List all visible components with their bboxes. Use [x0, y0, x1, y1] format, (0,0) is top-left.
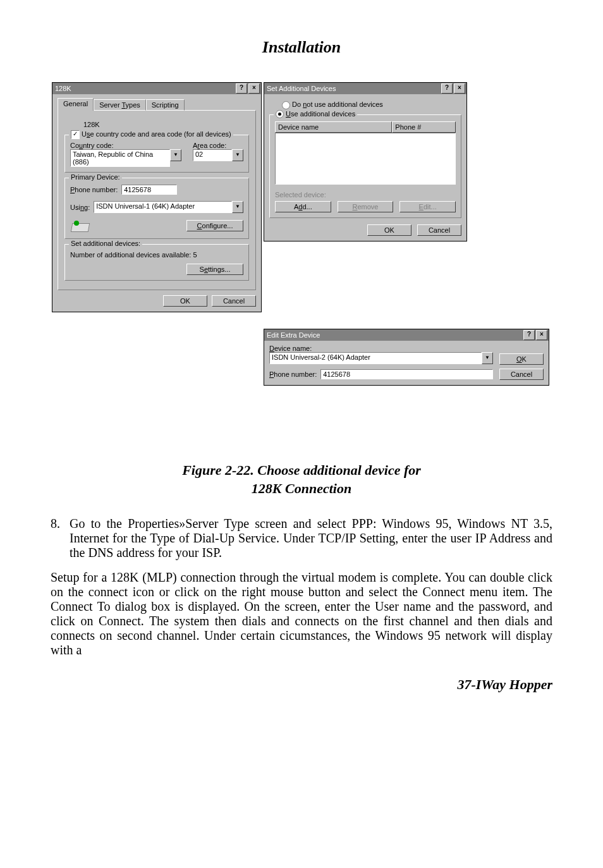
add-button[interactable]: Add... [275, 201, 331, 212]
titlebar-set-additional-title: Set Additional Devices [267, 85, 440, 92]
remove-button: Remove [338, 201, 394, 212]
dialog-set-additional: Set Additional Devices ? × Do not use ad… [264, 82, 467, 241]
connection-name-label: 128K [83, 121, 249, 128]
phone-number-input[interactable]: 4125678 [121, 185, 177, 195]
cancel-button[interactable]: Cancel [212, 295, 256, 307]
country-code-label: Country code: [70, 142, 181, 149]
area-code-label: Area code: [193, 142, 243, 149]
titlebar-edit-extra-title: Edit Extra Device [267, 331, 522, 339]
column-device-name[interactable]: Device name [275, 121, 392, 133]
ok-button[interactable]: OK [499, 353, 544, 365]
configure-button[interactable]: Configure... [186, 220, 243, 231]
phone-number-label: Phone number: [269, 370, 317, 378]
use-country-label: Use country code and area code (for all … [82, 130, 231, 138]
help-button[interactable]: ? [441, 83, 453, 94]
close-button[interactable]: × [248, 83, 260, 94]
using-select[interactable]: ISDN Universal-1 (64K) Adapter [94, 201, 232, 213]
column-phone[interactable]: Phone # [392, 121, 456, 133]
close-button[interactable]: × [454, 83, 465, 94]
titlebar-128k-title: 128K [55, 85, 234, 92]
country-code-select[interactable]: Taiwan, Republic of China (886) [70, 149, 170, 167]
chevron-down-icon[interactable]: ▼ [232, 201, 243, 213]
titlebar-edit-extra: Edit Extra Device ? × [264, 329, 549, 341]
body-paragraph: Setup for a 128K (MLP) connection throug… [51, 570, 552, 657]
tab-general[interactable]: General [58, 98, 94, 111]
modem-icon [70, 218, 90, 233]
close-button[interactable]: × [536, 330, 547, 340]
chevron-down-icon[interactable]: ▼ [170, 149, 181, 161]
area-code-input[interactable]: 02 [193, 149, 232, 161]
device-name-label: Device name: [269, 345, 493, 352]
page-footer: 37-IWay Hopper [51, 676, 552, 693]
settings-button[interactable]: Settings... [186, 264, 243, 275]
dialog-128k: 128K ? × General Server Types Scripting … [52, 82, 262, 312]
use-country-checkbox[interactable]: ✓ [71, 130, 80, 139]
instruction-list: Go to the Properties»Server Type screen … [63, 517, 552, 560]
using-label: Using: [70, 204, 90, 211]
help-button[interactable]: ? [523, 330, 535, 340]
titlebar-128k: 128K ? × [52, 83, 261, 94]
chevron-down-icon[interactable]: ▼ [482, 352, 493, 364]
selected-device-label: Selected device: [275, 191, 456, 199]
chevron-down-icon[interactable]: ▼ [232, 149, 243, 161]
radio-not-use[interactable] [282, 101, 290, 109]
figure-caption: Figure 2-22. Choose additional device fo… [51, 462, 552, 498]
tab-scripting[interactable]: Scripting [146, 99, 185, 111]
edit-button: Edit... [399, 201, 456, 212]
help-button[interactable]: ? [236, 83, 247, 94]
primary-device-legend: Primary Device: [69, 173, 122, 181]
dialog-edit-extra: Edit Extra Device ? × Device name: ISDN … [264, 329, 549, 386]
radio-not-use-label: Do not use additional devices [292, 101, 383, 108]
ok-button[interactable]: OK [163, 295, 207, 307]
cancel-button[interactable]: Cancel [499, 369, 544, 380]
device-name-select[interactable]: ISDN Universal-2 (64K) Adapter [269, 352, 482, 364]
additional-count-label: Number of additional devices available: … [70, 251, 243, 259]
radio-use-label: Use additional devices [286, 110, 355, 118]
phone-number-input[interactable]: 4125678 [320, 369, 493, 379]
set-additional-legend: Set additional devices: [69, 240, 142, 247]
page-title-header: Installation [51, 38, 552, 57]
radio-use[interactable] [276, 110, 284, 118]
step-8: Go to the Properties»Server Type screen … [63, 517, 552, 560]
ok-button[interactable]: OK [367, 224, 411, 236]
tab-server-types[interactable]: Server Types [94, 99, 146, 111]
screenshot-composite: 128K ? × General Server Types Scripting … [52, 82, 551, 443]
titlebar-set-additional: Set Additional Devices ? × [264, 83, 466, 94]
phone-number-label: Phone number: [70, 186, 118, 193]
devices-listbox[interactable] [275, 133, 456, 185]
cancel-button[interactable]: Cancel [417, 224, 461, 236]
